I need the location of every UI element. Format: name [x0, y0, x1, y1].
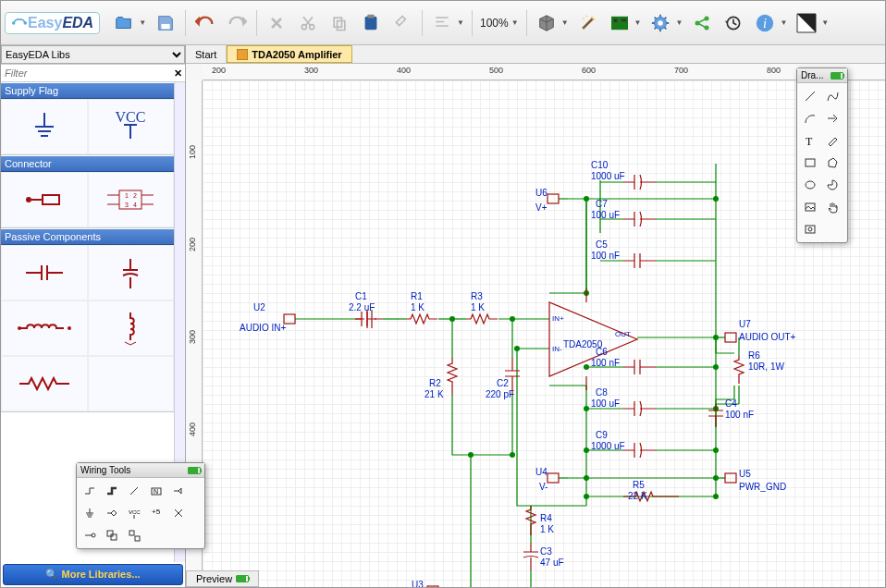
svg-point-41	[584, 475, 589, 481]
drawing-tools-panel[interactable]: Dra... T	[796, 67, 848, 243]
tab-schematic[interactable]: TDA2050 Amplifier	[227, 45, 351, 63]
dropdown-arrow-icon[interactable]: ▼	[780, 18, 787, 27]
component-cap-np[interactable]	[1, 245, 88, 300]
group-header-connector[interactable]: Connector	[1, 155, 174, 172]
bus-entry-tool[interactable]	[124, 481, 144, 501]
line-tool[interactable]	[800, 86, 820, 106]
open-button[interactable]	[109, 8, 139, 38]
dropdown-arrow-icon[interactable]: ▼	[675, 18, 683, 27]
bus-tool[interactable]	[102, 481, 122, 501]
svg-point-38	[584, 196, 589, 202]
svg-text:T: T	[806, 135, 813, 147]
tab-start[interactable]: Start	[186, 45, 227, 63]
schematic-canvas[interactable]: U2 AUDIO IN+ U3 SIG_GND U4 V- U5 PWR_GND…	[203, 80, 885, 587]
app-logo[interactable]: EasyEDA	[5, 12, 100, 34]
svg-point-49	[584, 494, 589, 499]
preview-tab[interactable]: Preview	[186, 570, 259, 587]
zoom-level[interactable]: 100%	[477, 17, 511, 30]
hole-tool[interactable]	[800, 219, 820, 239]
battery-icon	[236, 575, 249, 582]
netlabel-tool[interactable]: N	[146, 481, 166, 501]
pin-tool[interactable]	[80, 525, 100, 545]
component-inductor-1[interactable]	[1, 300, 88, 356]
svg-point-50	[713, 494, 719, 499]
dropdown-arrow-icon[interactable]: ▼	[457, 18, 464, 27]
svg-rect-71	[111, 534, 117, 540]
bezier-tool[interactable]	[822, 86, 843, 106]
undo-button[interactable]	[191, 8, 220, 38]
vcc-tool[interactable]: VCC	[124, 503, 144, 523]
save-button[interactable]	[151, 8, 180, 38]
dropdown-arrow-icon[interactable]: ▼	[634, 18, 642, 27]
group-tool[interactable]	[102, 525, 122, 545]
wire-tool[interactable]	[80, 481, 100, 501]
svg-rect-60	[806, 159, 815, 166]
svg-rect-24	[43, 195, 59, 204]
clear-filter-button[interactable]: ✕	[170, 67, 185, 80]
dropdown-arrow-icon[interactable]: ▼	[561, 18, 569, 27]
settings-button[interactable]	[646, 8, 675, 38]
svg-text:+5: +5	[152, 508, 161, 516]
svg-point-33	[449, 316, 455, 322]
arc-tool[interactable]	[800, 108, 820, 129]
component-inductor-2[interactable]	[88, 300, 175, 356]
more-libraries-button[interactable]: 🔍 More Libraries...	[3, 564, 183, 585]
component-vcc[interactable]: VCC	[88, 99, 175, 154]
info-button[interactable]: i	[750, 8, 780, 38]
schematic-icon	[237, 49, 248, 60]
logo-easy: Easy	[28, 15, 62, 31]
ellipse-tool[interactable]	[800, 175, 820, 195]
group-header-passive[interactable]: Passive Components	[1, 228, 174, 245]
cut-button[interactable]	[293, 8, 323, 38]
svg-point-30	[18, 326, 21, 330]
svg-rect-56	[725, 473, 736, 483]
text-tool[interactable]: T	[800, 130, 820, 151]
svg-point-15	[658, 20, 664, 26]
ungroup-tool[interactable]	[124, 525, 144, 545]
paste-button[interactable]	[356, 8, 386, 38]
pcb-button[interactable]	[605, 8, 634, 38]
component-gnd[interactable]	[1, 99, 88, 154]
component-connector-2[interactable]: 1324	[88, 172, 175, 227]
svg-text:N: N	[154, 488, 158, 495]
copy-button[interactable]	[325, 8, 354, 38]
polygon-tool[interactable]	[822, 153, 843, 173]
dropdown-arrow-icon[interactable]: ▼	[821, 18, 829, 27]
align-button[interactable]	[427, 8, 457, 38]
cross-probe-button[interactable]	[388, 8, 417, 38]
dropdown-arrow-icon[interactable]: ▼	[139, 18, 146, 27]
component-cap-p[interactable]	[88, 245, 175, 300]
netflag-tool[interactable]	[168, 481, 189, 501]
component-connector-1[interactable]	[1, 172, 88, 227]
history-button[interactable]	[719, 8, 748, 38]
dropdown-arrow-icon[interactable]: ▼	[511, 18, 519, 27]
delete-button[interactable]	[262, 8, 291, 38]
svg-rect-32	[237, 49, 248, 60]
wiring-tools-panel[interactable]: Wiring Tools N VCC +5	[76, 462, 205, 549]
redo-button[interactable]	[222, 8, 252, 38]
package-button[interactable]	[532, 8, 561, 38]
library-filter-input[interactable]	[1, 65, 170, 81]
voltage-probe-tool[interactable]: +5	[146, 503, 166, 523]
port-tool[interactable]	[102, 503, 122, 523]
arrow-tool[interactable]	[822, 108, 843, 129]
rect-tool[interactable]	[800, 153, 820, 173]
component-resistor[interactable]	[1, 356, 88, 411]
component-blank[interactable]	[88, 356, 175, 411]
svg-rect-2	[161, 23, 169, 28]
share-button[interactable]	[687, 8, 717, 38]
wizard-button[interactable]	[573, 8, 603, 38]
theme-button[interactable]	[792, 8, 821, 38]
group-header-supply[interactable]: Supply Flag	[1, 82, 174, 99]
freehand-tool[interactable]	[822, 130, 843, 151]
image-tool[interactable]	[800, 197, 820, 217]
svg-rect-13	[621, 18, 625, 21]
pan-tool[interactable]	[822, 197, 843, 217]
svg-rect-70	[107, 531, 113, 536]
noconnect-tool[interactable]	[168, 503, 189, 523]
svg-point-31	[68, 326, 71, 330]
pie-tool[interactable]	[822, 175, 843, 195]
svg-point-35	[468, 452, 474, 458]
library-select[interactable]: EasyEDA Libs	[1, 45, 185, 64]
gnd-tool[interactable]	[80, 503, 100, 523]
